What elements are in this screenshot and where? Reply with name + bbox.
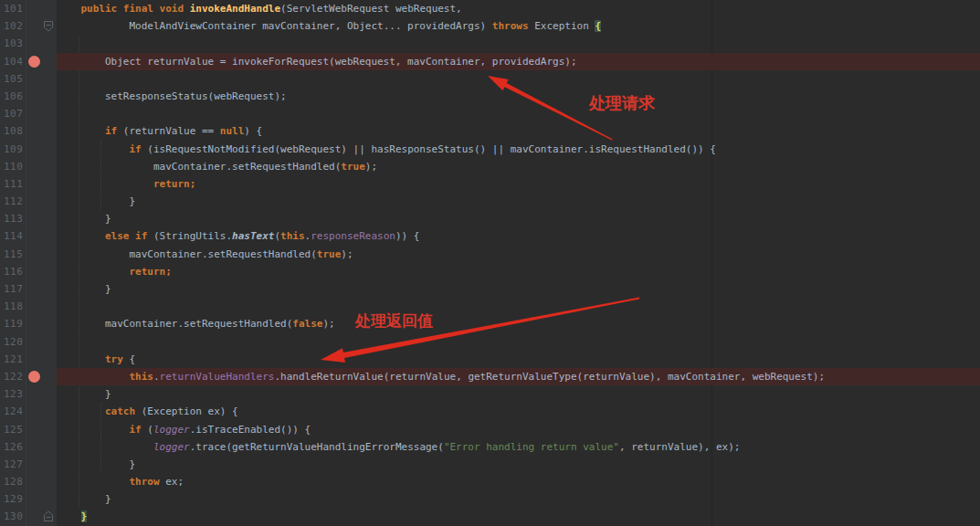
gutter-cell[interactable]: 109 [0,141,57,158]
code-line[interactable]: setResponseStatus(webRequest); [57,88,980,105]
gutter-cell[interactable]: 110 [0,158,57,175]
gutter-cell[interactable]: 116 [0,263,57,280]
code-line[interactable]: } [57,385,980,403]
line-number: 129 [4,490,23,508]
code-line[interactable]: public final void invokeAndHandle(Servle… [57,0,980,17]
fold-marker-icon[interactable] [43,510,54,522]
line-number: 106 [4,88,23,105]
code-line[interactable]: } [57,210,980,227]
line-number: 102 [4,17,23,35]
line-number: 105 [4,70,23,88]
gutter-cell[interactable]: 129 [0,490,57,508]
gutter-cell[interactable]: 115 [0,246,57,263]
code-line[interactable]: return; [57,263,980,280]
fold-marker-icon[interactable] [43,20,54,32]
line-number: 126 [4,438,23,456]
code-line[interactable]: } [57,280,980,298]
gutter-cell[interactable]: 126 [0,438,57,456]
code-line[interactable]: if (logger.isTraceEnabled()) { [57,421,980,438]
line-number: 117 [4,280,23,298]
code-line-row: 105 [0,70,980,88]
gutter-cell[interactable]: 101 [0,0,57,17]
gutter-cell[interactable]: 107 [0,105,57,122]
code-line[interactable]: catch (Exception ex) { [57,403,980,420]
code-line-row: 112 } [0,193,980,210]
code-line[interactable]: throw ex; [57,473,980,490]
code-line[interactable] [57,105,980,122]
gutter-cell[interactable]: 122 [0,368,57,385]
gutter-cell[interactable]: 120 [0,333,57,351]
code-line[interactable]: if (returnValue == null) { [57,122,980,140]
line-number: 111 [4,175,23,193]
code-line-row: 126 logger.trace(getReturnValueHandlingE… [0,438,980,456]
breakpoint-icon[interactable] [28,371,40,383]
gutter-cell[interactable]: 124 [0,403,57,420]
code-editor: 101 public final void invokeAndHandle(Se… [0,0,980,526]
code-line-row: 108 if (returnValue == null) { [0,122,980,140]
code-line[interactable]: ModelAndViewContainer mavContainer, Obje… [57,17,980,35]
gutter-cell[interactable]: 119 [0,315,57,332]
code-line[interactable] [57,35,980,52]
gutter-cell[interactable]: 106 [0,88,57,105]
code-line-row: 122 this.returnValueHandlers.handleRetur… [0,368,980,385]
line-number: 130 [4,508,23,525]
annotation-text-request: 处理请求 [589,92,655,114]
gutter-cell[interactable]: 123 [0,385,57,403]
gutter-cell[interactable]: 108 [0,122,57,140]
gutter-cell[interactable]: 118 [0,298,57,315]
code-line[interactable]: } [57,456,980,473]
gutter-cell[interactable]: 121 [0,351,57,368]
code-line[interactable] [57,70,980,88]
line-number: 110 [4,158,23,175]
code-line[interactable]: try { [57,351,980,368]
gutter-cell[interactable]: 111 [0,175,57,193]
gutter-cell[interactable]: 105 [0,70,57,88]
code-line[interactable]: mavContainer.setRequestHandled(false); [57,315,980,332]
gutter-cell[interactable]: 102 [0,17,57,35]
line-number: 119 [4,315,23,332]
code-line[interactable]: Object returnValue = invokeForRequest(we… [57,53,980,70]
code-line[interactable]: logger.trace(getReturnValueHandlingError… [57,438,980,456]
code-line[interactable]: else if (StringUtils.hasText(this.respon… [57,227,980,245]
code-line-row: 119 mavContainer.setRequestHandled(false… [0,315,980,332]
gutter-cell[interactable]: 125 [0,421,57,438]
code-line-row: 127 } [0,456,980,473]
line-number: 121 [4,351,23,368]
code-line-row: 107 [0,105,980,122]
gutter-cell[interactable]: 128 [0,473,57,490]
gutter-cell[interactable]: 103 [0,35,57,52]
line-number: 115 [4,246,23,263]
gutter-cell[interactable]: 117 [0,280,57,298]
line-number: 120 [4,333,23,351]
gutter-cell[interactable]: 104 [0,53,57,70]
code-line[interactable]: } [57,490,980,508]
line-number: 101 [4,0,23,17]
code-line-row: 125 if (logger.isTraceEnabled()) { [0,421,980,438]
code-line-row: 123 } [0,385,980,403]
gutter-cell[interactable]: 113 [0,210,57,227]
code-line[interactable] [57,298,980,315]
line-number: 118 [4,298,23,315]
code-line[interactable]: mavContainer.setRequestHandled(true); [57,158,980,175]
code-line[interactable]: this.returnValueHandlers.handleReturnVal… [57,368,980,385]
code-line[interactable] [57,333,980,351]
line-number: 125 [4,421,23,438]
code-line-row: 102 ModelAndViewContainer mavContainer, … [0,17,980,35]
code-line[interactable]: } [57,508,980,525]
code-lines: 101 public final void invokeAndHandle(Se… [0,0,980,526]
breakpoint-icon[interactable] [28,56,40,68]
gutter-cell[interactable]: 130 [0,508,57,525]
gutter-cell[interactable]: 114 [0,227,57,245]
code-line-row: 113 } [0,210,980,227]
code-line-row: 106 setResponseStatus(webRequest); [0,88,980,105]
code-line-row: 128 throw ex; [0,473,980,490]
gutter-cell[interactable]: 127 [0,456,57,473]
code-line[interactable]: } [57,193,980,210]
code-line[interactable]: mavContainer.setRequestHandled(true); [57,246,980,263]
code-line[interactable]: return; [57,175,980,193]
line-number: 123 [4,385,23,403]
code-line-row: 120 [0,333,980,351]
gutter-separator [26,0,26,526]
gutter-cell[interactable]: 112 [0,193,57,210]
code-line[interactable]: if (isRequestNotModified(webRequest) || … [57,141,980,158]
